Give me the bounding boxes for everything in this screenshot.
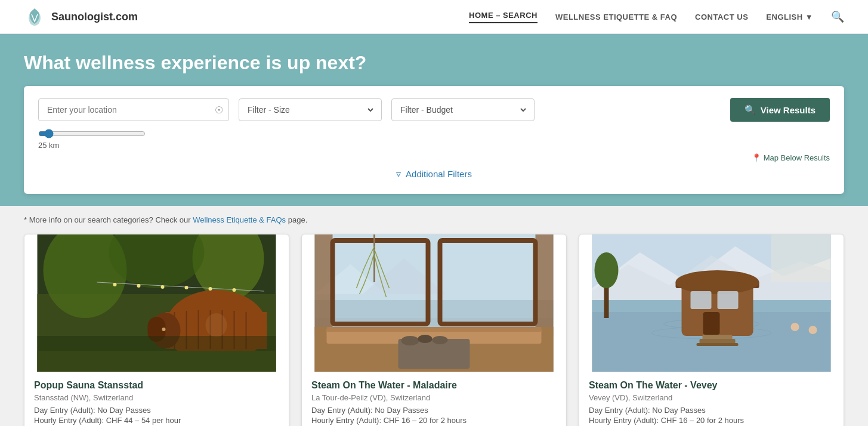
- search-icon[interactable]: 🔍: [831, 10, 844, 23]
- logo-icon: [24, 6, 45, 27]
- card-title-1: Popup Sauna Stansstad: [34, 380, 279, 391]
- additional-filters[interactable]: ▿ Additional Filters: [38, 168, 830, 180]
- svg-point-65: [595, 252, 619, 288]
- slider-value-label: 25 km: [38, 141, 229, 150]
- search-icon-btn: 🔍: [745, 104, 756, 115]
- location-input[interactable]: [38, 98, 229, 121]
- card-day-entry-2: Day Entry (Adult): No Day Passes: [311, 406, 557, 415]
- card-image-1: [24, 234, 289, 372]
- card-location-1: Stansstad (NW), Switzerland: [34, 393, 279, 402]
- svg-point-20: [113, 283, 117, 286]
- svg-point-22: [161, 285, 165, 289]
- distance-slider[interactable]: [38, 129, 146, 138]
- svg-rect-60: [700, 339, 736, 344]
- card-location-2: La Tour-de-Peilz (VD), Switzerland: [311, 393, 557, 402]
- hero-title: What wellness experience is up next?: [24, 52, 844, 74]
- card-popup-sauna-stansstad[interactable]: Popup Sauna Stansstad Stansstad (NW), Sw…: [24, 234, 289, 426]
- search-row: ☉ Filter - Size Small Medium Large Filte…: [38, 98, 830, 122]
- svg-rect-59: [703, 335, 733, 339]
- svg-point-43: [433, 336, 448, 344]
- map-pin-icon: 📍: [752, 153, 761, 162]
- svg-rect-58: [703, 312, 720, 335]
- site-header: Saunologist.com HOME – SEARCH WELLNESS E…: [0, 0, 868, 34]
- svg-point-62: [791, 323, 799, 331]
- view-results-button[interactable]: 🔍 View Results: [730, 98, 830, 122]
- svg-rect-27: [38, 336, 276, 372]
- hero-section: What wellness experience is up next? ☉ F…: [0, 34, 868, 206]
- card-image-3: [579, 234, 844, 372]
- svg-point-10: [162, 328, 166, 331]
- info-text: * More info on our search categories? Ch…: [24, 215, 844, 224]
- card-hourly-entry-2: Hourly Entry (Adult): CHF 16 – 20 for 2 …: [311, 416, 557, 425]
- map-below-results[interactable]: 📍 Map Below Results: [38, 153, 830, 162]
- card-image-2: [302, 234, 566, 372]
- card-title-2: Steam On The Water - Maladaire: [311, 380, 557, 391]
- svg-point-26: [206, 313, 227, 337]
- nav-home-search[interactable]: HOME – SEARCH: [469, 11, 538, 23]
- wellness-faq-link[interactable]: Wellness Etiquette & FAQs: [193, 215, 286, 224]
- svg-point-42: [418, 335, 433, 343]
- card-location-3: Vevey (VD), Switzerland: [589, 393, 834, 402]
- card-body-2: Steam On The Water - Maladaire La Tour-d…: [302, 372, 566, 426]
- main-nav: HOME – SEARCH WELLNESS ETIQUETTE & FAQ C…: [469, 10, 844, 23]
- logo[interactable]: Saunologist.com: [24, 6, 138, 27]
- svg-point-25: [233, 288, 236, 292]
- nav-language[interactable]: ENGLISH ▼: [766, 13, 813, 21]
- svg-rect-39: [327, 327, 542, 332]
- card-body-1: Popup Sauna Stansstad Stansstad (NW), Sw…: [24, 372, 289, 426]
- svg-point-24: [209, 287, 212, 291]
- main-content: * More info on our search categories? Ch…: [0, 206, 868, 426]
- filter-budget-select[interactable]: Filter - Budget Budget Mid-range Premium: [391, 98, 535, 121]
- svg-rect-56: [691, 291, 712, 309]
- svg-point-21: [137, 284, 141, 288]
- card-body-3: Steam On The Water - Vevey Vevey (VD), S…: [579, 372, 844, 426]
- location-pin-icon: ☉: [215, 104, 223, 116]
- search-box: ☉ Filter - Size Small Medium Large Filte…: [24, 86, 844, 194]
- nav-contact-us[interactable]: CONTACT US: [695, 13, 748, 21]
- card-title-3: Steam On The Water - Vevey: [589, 380, 834, 391]
- location-input-wrap: ☉: [38, 98, 229, 121]
- logo-text: Saunologist.com: [51, 11, 138, 23]
- card-day-entry-1: Day Entry (Adult): No Day Passes: [34, 406, 279, 415]
- distance-slider-row: 25 km: [38, 129, 229, 150]
- chevron-down-icon: ▼: [805, 13, 813, 21]
- card-steam-maladaire[interactable]: Steam On The Water - Maladaire La Tour-d…: [301, 234, 567, 426]
- svg-point-41: [401, 336, 419, 345]
- nav-wellness-faq[interactable]: WELLNESS ETIQUETTE & FAQ: [555, 13, 677, 21]
- svg-point-23: [185, 286, 189, 289]
- filter-icon: ▿: [396, 168, 401, 180]
- svg-rect-61: [697, 343, 739, 346]
- svg-rect-66: [771, 234, 831, 282]
- svg-point-63: [809, 326, 817, 334]
- filter-size-select[interactable]: Filter - Size Small Medium Large: [239, 98, 382, 121]
- card-hourly-entry-3: Hourly Entry (Adult): CHF 16 – 20 for 2 …: [589, 416, 834, 425]
- card-hourly-entry-1: Hourly Entry (Adult): CHF 44 – 54 per ho…: [34, 416, 279, 425]
- cards-grid: Popup Sauna Stansstad Stansstad (NW), Sw…: [24, 234, 844, 426]
- card-steam-vevey[interactable]: Steam On The Water - Vevey Vevey (VD), S…: [579, 234, 844, 426]
- svg-rect-57: [718, 291, 739, 309]
- card-day-entry-3: Day Entry (Adult): No Day Passes: [589, 406, 834, 415]
- svg-point-55: [676, 270, 759, 294]
